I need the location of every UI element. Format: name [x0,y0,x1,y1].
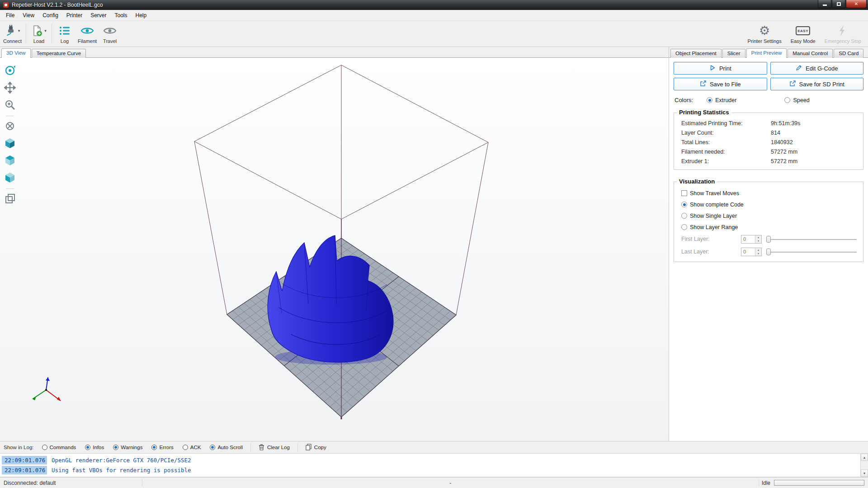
log-entry: 22:09:01.076 Using fast VBOs for renderi… [2,465,859,475]
printer-settings-button[interactable]: ⚙ Printer Settings [745,22,783,46]
log-message: Using fast VBOs for rendering is possibl… [52,467,191,474]
first-layer-slider[interactable] [766,235,857,243]
minimize-button[interactable] [818,0,831,8]
isometric-cube-icon [4,137,16,150]
easy-mode-button[interactable]: EASY Easy Mode [788,22,818,46]
scroll-down-icon[interactable]: ▼ [861,469,868,477]
menu-file[interactable]: File [2,11,19,20]
log-toolbar: Show in Log: Commands Infos Warnings Err… [0,441,868,454]
scroll-up-icon[interactable]: ▲ [861,454,868,461]
spinner-down-icon: ▼ [755,239,761,243]
filament-eye-icon [80,26,94,36]
warnings-indicator [113,445,118,450]
show-travel-checkbox[interactable]: Show Travel Moves [678,188,859,199]
first-layer-label: First Layer: [681,236,741,242]
menu-tools[interactable]: Tools [111,11,132,20]
toggle-warnings[interactable]: Warnings [109,443,146,451]
lightning-icon [837,25,849,37]
clear-log-button[interactable]: Clear Log [255,442,293,453]
print-preview-panel: Print Edit G-Code Save to File Save for … [669,58,868,441]
tab-slicer[interactable]: Slicer [722,49,745,58]
show-in-log-label: Show in Log: [4,445,34,450]
printing-statistics-title: Printing Statistics [677,109,731,116]
tab-3d-view[interactable]: 3D View [1,48,31,58]
toggle-infos[interactable]: Infos [81,443,108,451]
toggle-commands[interactable]: Commands [38,443,80,451]
show-complete-radio[interactable]: Show complete Code [678,199,859,210]
move-arrows-icon [4,82,16,95]
show-layer-range-radio[interactable]: Show Layer Range [678,221,859,233]
trash-icon [259,444,264,451]
autoscroll-indicator [210,445,215,450]
printing-statistics-group: Printing Statistics Estimated Printing T… [674,113,863,170]
save-to-file-button[interactable]: Save to File [674,78,767,90]
emergency-stop-button[interactable]: Emergency Stop [822,22,863,46]
tab-manual-control[interactable]: Manual Control [788,49,833,58]
menu-bar: File View Config Printer Server Tools He… [0,10,868,21]
view-tab-bar: 3D View Temperature Curve [0,47,669,58]
zoom-view-button[interactable] [3,98,17,113]
load-dropdown-arrow[interactable]: ▾ [44,28,47,33]
commands-indicator [42,445,47,450]
copy-log-button[interactable]: Copy [302,442,330,453]
log-scrollbar[interactable]: ▲ ▼ [860,454,868,477]
top-view-button[interactable] [3,154,17,168]
right-pane: Object Placement Slicer Print Preview Ma… [669,47,868,441]
show-single-layer-radio[interactable]: Show Single Layer [678,210,859,221]
rotate-view-button[interactable] [3,64,17,78]
tab-temperature-curve[interactable]: Temperature Curve [32,49,86,58]
right-tab-bar: Object Placement Slicer Print Preview Ma… [669,47,868,58]
log-message: OpenGL renderer:GeForce GTX 760/PCIe/SSE… [52,457,191,464]
edit-pencil-icon [796,65,802,72]
log-toggle-button[interactable]: Log [54,22,75,46]
title-bar: Repetier-Host V2.1.2 - BootHeelL.gco ✕ [0,0,868,10]
print-button[interactable]: Print [674,62,767,75]
load-icon [31,25,43,37]
tab-object-placement[interactable]: Object Placement [670,49,722,58]
parallel-projection-button[interactable] [3,192,17,206]
easy-mode-icon: EASY [796,26,810,35]
first-layer-spinner[interactable]: 0 ▲▼ [741,235,762,244]
toggle-autoscroll[interactable]: Auto Scroll [206,443,246,451]
menu-config[interactable]: Config [38,11,62,20]
toggle-errors[interactable]: Errors [148,443,177,451]
tab-print-preview[interactable]: Print Preview [746,48,787,58]
zoom-icon [4,99,16,112]
view-tool-strip [0,58,20,441]
maximize-button[interactable] [832,0,845,8]
gear-icon: ⚙ [759,24,770,37]
print-icon [709,65,716,72]
isometric-view-button[interactable] [3,136,17,151]
menu-server[interactable]: Server [86,11,110,20]
menu-printer[interactable]: Printer [62,11,86,20]
fit-view-button[interactable] [3,119,17,134]
view-pane: 3D View Temperature Curve [0,47,669,441]
errors-indicator [151,445,157,450]
edit-gcode-button[interactable]: Edit G-Code [770,62,864,75]
load-button[interactable]: ▾ Load [28,22,50,46]
tab-sd-card[interactable]: SD Card [834,49,863,58]
last-layer-slider[interactable] [766,248,857,256]
travel-toggle-button[interactable]: Travel [99,22,121,46]
menu-help[interactable]: Help [132,11,151,20]
extruder-color-radio[interactable]: Extruder [707,97,736,103]
menu-view[interactable]: View [19,11,38,20]
connect-dropdown-arrow[interactable]: ▾ [18,28,20,33]
app-window: Repetier-Host V2.1.2 - BootHeelL.gco ✕ F… [0,0,868,488]
pan-view-button[interactable] [3,81,17,95]
3d-viewport[interactable] [20,58,669,441]
spinner-up-icon: ▲ [755,248,761,252]
connect-button[interactable]: ▾ Connect [1,22,24,46]
last-layer-spinner[interactable]: 0 ▲▼ [741,248,762,256]
filament-toggle-button[interactable]: Filament [75,22,99,46]
connection-status: Disconnected: default [4,480,139,486]
save-sd-button[interactable]: Save for SD Print [770,78,864,90]
front-view-button[interactable] [3,171,17,185]
speed-color-radio[interactable]: Speed [784,97,809,103]
log-timestamp: 22:09:01.076 [2,466,47,474]
stat-row: Estimated Printing Time:9h:51m:39s [678,118,859,128]
ack-indicator [183,445,188,450]
toggle-ack[interactable]: ACK [179,443,205,451]
close-button[interactable]: ✕ [846,0,867,8]
infos-indicator [85,445,90,450]
